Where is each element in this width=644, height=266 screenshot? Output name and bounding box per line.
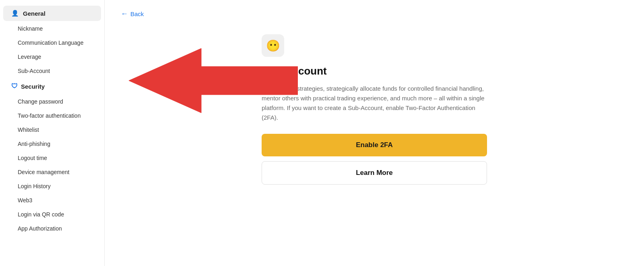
- learn-more-button[interactable]: Learn More: [262, 161, 487, 185]
- user-icon: 👤: [11, 10, 19, 17]
- sidebar-item-change-password[interactable]: Change password: [3, 95, 101, 108]
- sidebar-item-label: Logout time: [18, 155, 47, 161]
- sidebar-item-nickname[interactable]: Nickname: [3, 22, 101, 35]
- content-description: Test multiple strategies, strategically …: [262, 84, 487, 123]
- sub-account-icon: 😶: [262, 34, 284, 57]
- sidebar-item-comm-lang[interactable]: Communication Language: [3, 36, 101, 50]
- sidebar-item-label: Anti-phishing: [18, 141, 50, 147]
- sidebar-item-label: Login via QR code: [18, 211, 64, 218]
- sidebar-item-label: Change password: [18, 98, 63, 105]
- face-icon: 😶: [266, 39, 280, 52]
- sidebar-item-label: Nickname: [18, 25, 43, 32]
- sidebar-item-label: Sub-Account: [18, 68, 50, 74]
- sidebar-item-whitelist[interactable]: Whitelist: [3, 123, 101, 137]
- shield-icon: 🛡: [11, 83, 18, 90]
- sidebar-item-device-mgmt[interactable]: Device management: [3, 165, 101, 179]
- sidebar-item-label: Device management: [18, 169, 69, 175]
- sidebar-item-app-auth[interactable]: App Authorization: [3, 222, 101, 235]
- sidebar-item-label: Web3: [18, 197, 32, 204]
- sidebar-item-label: Security: [21, 83, 45, 90]
- back-button[interactable]: ← Back: [121, 10, 144, 18]
- enable-2fa-button[interactable]: Enable 2FA: [262, 134, 487, 156]
- sidebar-item-web3[interactable]: Web3: [3, 193, 101, 207]
- sidebar-item-label: General: [23, 10, 45, 17]
- sidebar-item-label: Whitelist: [18, 127, 39, 133]
- sidebar-section-security[interactable]: 🛡 Security: [3, 79, 101, 94]
- back-arrow-icon: ←: [121, 10, 128, 18]
- sidebar: 👤 General Nickname Communication Languag…: [0, 0, 105, 266]
- sidebar-item-label: Two-factor authentication: [18, 112, 80, 119]
- sidebar-item-label: Leverage: [18, 54, 41, 60]
- sidebar-item-login-history[interactable]: Login History: [3, 179, 101, 193]
- sidebar-item-login-qr[interactable]: Login via QR code: [3, 208, 101, 221]
- sidebar-item-two-factor[interactable]: Two-factor authentication: [3, 109, 101, 123]
- main-content: ← Back 😶 Sub-Account Test multiple strat…: [105, 0, 644, 266]
- sidebar-item-sub-account[interactable]: Sub-Account: [3, 64, 101, 78]
- sidebar-item-anti-phishing[interactable]: Anti-phishing: [3, 137, 101, 151]
- sidebar-item-leverage[interactable]: Leverage: [3, 50, 101, 64]
- sidebar-item-label: App Authorization: [18, 225, 62, 232]
- back-label: Back: [130, 10, 144, 17]
- sidebar-item-label: Communication Language: [18, 39, 83, 46]
- sidebar-item-general[interactable]: 👤 General: [3, 6, 101, 21]
- sub-account-content: 😶 Sub-Account Test multiple strategies, …: [262, 34, 487, 185]
- content-title: Sub-Account: [262, 65, 327, 77]
- sidebar-item-logout-time[interactable]: Logout time: [3, 151, 101, 165]
- sidebar-item-label: Login History: [18, 183, 51, 189]
